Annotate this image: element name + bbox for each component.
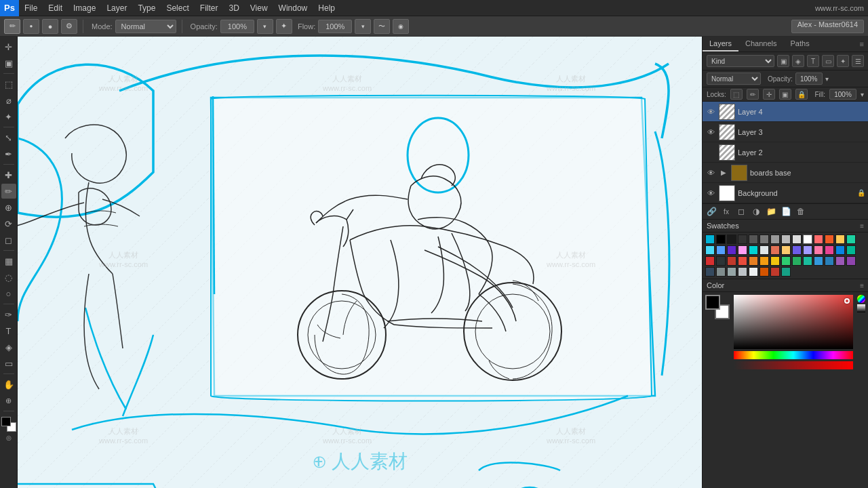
swatch-lightgray[interactable] [760,245,769,255]
swatch-cyan[interactable] [705,235,715,244]
filter-pixel-btn[interactable]: ▣ [777,55,789,67]
tool-size-medium[interactable]: ● [42,19,58,34]
menu-help[interactable]: Help [313,0,340,16]
swatch-dark1[interactable] [727,235,736,244]
layer-item-boards-base[interactable]: 👁 ▶ boards base [703,163,868,183]
swatch-blue1[interactable] [705,245,715,255]
menu-window[interactable]: Window [273,0,313,16]
opacity-input[interactable] [220,20,254,33]
menu-view[interactable]: View [245,0,273,16]
swatch-red2[interactable] [727,256,736,266]
fill-value-input[interactable] [829,89,856,100]
new-group-btn[interactable]: 📁 [765,206,777,217]
color-collapse-btn[interactable]: ≡ [860,282,864,289]
layer4-visibility-toggle[interactable]: 👁 [705,106,716,117]
account-button[interactable]: Alex - Master0614 [791,20,864,33]
foreground-color-swatch[interactable] [705,295,720,310]
tab-layers[interactable]: Layers [703,37,738,52]
layer-item-layer3[interactable]: 👁 Layer 3 [703,122,868,142]
swatch-green2[interactable] [781,256,791,266]
swatch-dark2[interactable] [738,235,747,244]
swatch-pink1[interactable] [738,245,747,255]
blur-tool[interactable]: ◌ [1,270,16,285]
tool-size-small[interactable]: ● [23,19,39,34]
boards-base-expand-toggle[interactable]: ▶ [719,168,728,178]
layers-collapse-btn[interactable]: ≡ [856,40,868,48]
menu-filter[interactable]: Filter [195,0,224,16]
flow-input[interactable] [318,20,352,33]
new-layer-btn[interactable]: 📄 [780,206,792,217]
swatch-gray4[interactable] [792,235,802,244]
tool-options[interactable]: ⚙ [61,19,77,34]
swatch-skyblue[interactable] [814,256,823,266]
blend-mode-select[interactable]: Normal [707,73,761,85]
swatch-orange1[interactable] [825,235,834,244]
dodge-tool[interactable]: ○ [1,286,16,301]
move-tool[interactable]: ✛ [1,39,16,54]
swatch-purple3[interactable] [846,256,856,266]
path-selection-tool[interactable]: ◈ [1,340,16,354]
opacity-dropdown-btn[interactable]: ▾ [825,75,829,83]
swatch-emerald[interactable] [846,245,856,255]
hand-tool[interactable]: ✋ [1,377,16,392]
layer-item-layer4[interactable]: 👁 Layer 4 [703,102,868,122]
marquee-tool[interactable]: ⬚ [1,77,16,92]
artboard-tool[interactable]: ▣ [1,56,16,70]
crop-tool[interactable]: ⤡ [1,130,16,145]
brush-tool-icon[interactable]: ✏ [4,19,20,34]
flow-arrow[interactable]: ▾ [355,19,371,34]
layer2-visibility-toggle[interactable] [705,147,716,158]
tab-paths[interactable]: Paths [784,37,816,52]
swatch-teal2[interactable] [803,256,812,266]
brush-tool[interactable]: ✏ [1,184,16,199]
filter-toggle[interactable]: ☰ [852,55,864,67]
eyedropper-tool[interactable]: ✒ [1,146,16,161]
boards-base-visibility-toggle[interactable]: 👁 [705,167,716,178]
swatch-teal1[interactable] [749,245,758,255]
hue-slider[interactable] [734,351,853,359]
filter-type-select[interactable]: Kind [707,55,774,67]
healing-tool[interactable]: ✚ [1,167,16,182]
swatch-dark3[interactable] [749,235,758,244]
add-adjustment-btn[interactable]: ◑ [750,206,762,217]
lock-position-btn[interactable]: ✛ [763,89,775,100]
menu-type[interactable]: Type [132,0,161,16]
menu-3d[interactable]: 3D [223,0,244,16]
swatch-red1[interactable] [814,235,823,244]
swatch-navy[interactable] [705,267,715,277]
add-mask-btn[interactable]: ◻ [735,206,747,217]
filter-smart-btn[interactable]: ✦ [837,55,849,67]
lock-paint-btn[interactable]: ✏ [747,89,759,100]
color-wheel-btn[interactable] [857,295,865,303]
swatch-royalblue[interactable] [835,245,845,255]
gradient-tool[interactable]: ▦ [1,253,16,268]
swatch-black[interactable] [716,235,726,244]
menu-select[interactable]: Select [161,0,194,16]
layer-item-layer2[interactable]: Layer 2 [703,142,868,163]
filter-type-btn[interactable]: T [807,55,819,67]
pen-tool[interactable]: ✑ [1,307,16,322]
swatch-green1[interactable] [846,235,856,244]
background-visibility-toggle[interactable]: 👁 [705,188,716,199]
lock-artboard-btn[interactable]: ▣ [779,89,791,100]
swatch-white[interactable] [803,235,812,244]
fx-btn[interactable]: fx [720,206,732,217]
tab-channels[interactable]: Channels [738,37,783,52]
swatch-violet[interactable] [792,245,802,255]
swatch-yellow2[interactable] [770,256,780,266]
swatch-peach[interactable] [781,245,791,255]
menu-file[interactable]: File [19,0,43,16]
swatch-purple2[interactable] [835,256,845,266]
swatch-gray1[interactable] [760,235,769,244]
eraser-tool[interactable]: ◻ [1,232,16,247]
opacity-value-input[interactable] [795,73,823,85]
alpha-slider[interactable] [734,361,853,369]
swatch-pomegranate[interactable] [770,267,780,277]
clone-tool[interactable]: ⊕ [1,200,16,215]
swatch-green3[interactable] [792,256,802,266]
swatch-blue2[interactable] [716,245,726,255]
fg-bg-color-selector[interactable] [1,417,16,432]
swatch-charcoal[interactable] [716,256,726,266]
swatch-gray2[interactable] [770,235,780,244]
layer-item-background[interactable]: 👁 Background 🔒 [703,183,868,203]
